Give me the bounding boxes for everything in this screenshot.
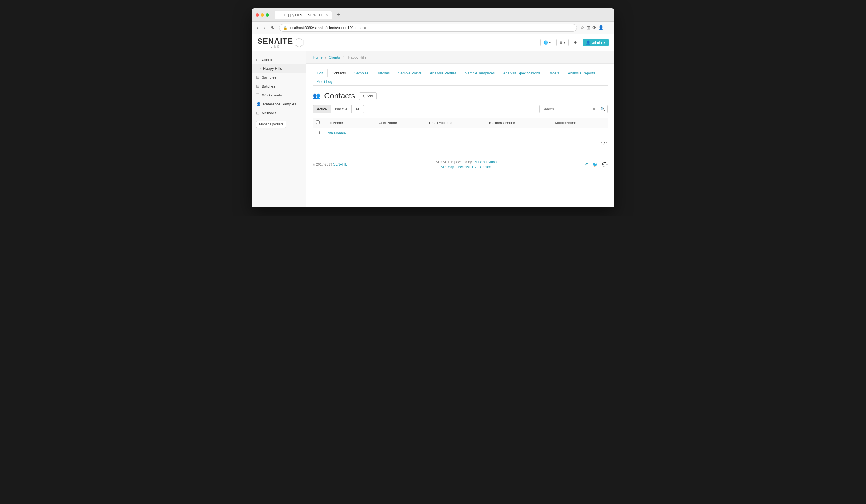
sidebar-item-methods[interactable]: ⊟ Methods	[252, 108, 306, 117]
extensions-icon[interactable]: ⊞	[587, 25, 590, 31]
tab-edit[interactable]: Edit	[313, 69, 327, 78]
profile-icon[interactable]: 👤	[598, 25, 604, 31]
breadcrumb-clients[interactable]: Clients	[329, 55, 340, 59]
table-row: Rita Mohale	[313, 128, 608, 138]
col-user-name: User Name	[375, 118, 425, 128]
tab-sample-points[interactable]: Sample Points	[394, 69, 426, 78]
back-button[interactable]: ‹	[256, 25, 259, 31]
tab-sample-templates[interactable]: Sample Templates	[460, 69, 499, 78]
sidebar-item-worksheets[interactable]: ☰ Worksheets	[252, 91, 306, 100]
lock-icon: 🔒	[283, 26, 287, 30]
footer-links: Site Map Accessibility Contact	[347, 165, 585, 169]
contact-user-name	[375, 128, 425, 138]
filter-inactive-button[interactable]: Inactive	[331, 105, 352, 113]
grid-button[interactable]: ⊞ ▾	[556, 39, 569, 46]
address-bar[interactable]: 🔒 localhost:8080/senaite/clients/client-…	[279, 24, 577, 32]
twitter-icon[interactable]: 🐦	[592, 162, 598, 167]
footer-center: SENAITE is powered by: Plone & Python Si…	[347, 160, 585, 169]
sidebar-item-label: Reference Samples	[263, 102, 296, 106]
sidebar-item-batches[interactable]: ⊞ Batches	[252, 82, 306, 91]
logo: SENAITE LIMS	[257, 37, 304, 48]
tab-samples[interactable]: Samples	[350, 69, 373, 78]
tab-contacts[interactable]: Contacts	[327, 69, 350, 78]
search-input[interactable]	[540, 105, 590, 113]
sidebar-item-label: Methods	[262, 111, 276, 115]
sidebar-item-reference-samples[interactable]: 👤 Reference Samples	[252, 100, 306, 108]
sidebar-subitem-label: Happy Hills	[263, 66, 282, 70]
tab-analysis-specifications[interactable]: Analysis Specifications	[499, 69, 544, 78]
svg-marker-0	[295, 38, 303, 47]
breadcrumb-sep1: /	[325, 55, 326, 59]
tab-analysis-profiles[interactable]: Analysis Profiles	[426, 69, 460, 78]
tab-batches[interactable]: Batches	[373, 69, 394, 78]
grid-icon: ⊞	[559, 41, 563, 45]
contacts-table: Full Name User Name Email Address Busine…	[313, 118, 608, 138]
footer-right: ⊙ 🐦 💬	[585, 162, 608, 167]
filter-all-button[interactable]: All	[352, 105, 364, 113]
tab-audit-log[interactable]: Audit Log	[313, 77, 336, 86]
minimize-dot[interactable]	[260, 13, 264, 17]
breadcrumb: Home / Clients / Happy Hills	[306, 51, 614, 64]
logo-text: SENAITE	[257, 37, 293, 46]
contact-email	[426, 128, 486, 138]
tab-orders[interactable]: Orders	[544, 69, 564, 78]
settings-button[interactable]: ⚙	[571, 39, 580, 46]
footer-senaite-link[interactable]: SENAITE	[333, 162, 347, 167]
footer-plone-python-link[interactable]: Plone & Python	[474, 160, 497, 164]
maximize-dot[interactable]	[266, 13, 269, 17]
menu-icon[interactable]: ⋮	[606, 25, 610, 31]
admin-label: admin	[592, 41, 602, 45]
sidebar-item-happy-hills[interactable]: › Happy Hills	[252, 64, 306, 73]
sidebar-item-label: Batches	[262, 84, 275, 88]
col-business-phone: Business Phone	[486, 118, 552, 128]
url-text: localhost:8080/senaite/clients/client-10…	[290, 26, 366, 30]
sidebar-item-samples[interactable]: ⊟ Samples	[252, 73, 306, 82]
manage-portlets-button[interactable]: Manage portlets	[256, 121, 286, 128]
filter-active-button[interactable]: Active	[313, 105, 331, 113]
sidebar-item-clients[interactable]: ⊞ Clients	[252, 55, 306, 64]
tab-favicon: ⊙	[278, 13, 281, 17]
worksheets-icon: ☰	[256, 93, 260, 97]
footer-sitemap-link[interactable]: Site Map	[441, 165, 454, 169]
contact-full-name-link[interactable]: Rita Mohale	[326, 131, 346, 135]
col-mobile-phone: MobilePhone	[552, 118, 608, 128]
sidebar: ⊞ Clients › Happy Hills ⊟ Samples ⊞ Batc…	[252, 51, 306, 207]
row-checkbox[interactable]	[316, 131, 320, 134]
samples-icon: ⊟	[256, 75, 259, 79]
page-title: Contacts	[324, 91, 355, 100]
bookmark-icon[interactable]: ☆	[580, 25, 584, 31]
chat-icon[interactable]: 💬	[602, 162, 608, 167]
tab-analysis-reports[interactable]: Analysis Reports	[564, 69, 599, 78]
footer-contact-link[interactable]: Contact	[480, 165, 491, 169]
language-button[interactable]: 🌐 ▾	[541, 39, 554, 46]
pagination: 1 / 1	[313, 138, 608, 149]
search-clear-button[interactable]: ✕	[590, 105, 598, 113]
add-button[interactable]: ⊕ Add	[359, 92, 377, 100]
admin-dropdown-icon: ▾	[603, 41, 606, 45]
github-icon[interactable]: ⊙	[585, 162, 589, 167]
gear-icon: ⚙	[574, 41, 577, 45]
select-all-checkbox[interactable]	[316, 121, 320, 124]
search-submit-button[interactable]: 🔍	[598, 105, 607, 113]
admin-user-icon: 👤	[586, 41, 590, 45]
filter-bar: Active Inactive All ✕ 🔍	[313, 105, 608, 113]
tab-close-btn[interactable]: ✕	[325, 13, 328, 17]
footer-accessibility-link[interactable]: Accessibility	[458, 165, 476, 169]
content-area: Edit Contacts Samples Batches Sample Poi…	[306, 64, 614, 154]
footer-powered-by: SENAITE is powered by: Plone & Python	[347, 160, 585, 164]
tab-title: Happy Hills — SENAITE	[284, 13, 323, 17]
admin-button[interactable]: 👤 admin ▾	[582, 39, 609, 46]
new-tab-button[interactable]: +	[335, 12, 342, 18]
reference-samples-icon: 👤	[256, 102, 261, 106]
search-box: ✕ 🔍	[539, 105, 608, 113]
reload-button[interactable]: ↻	[270, 24, 276, 31]
browser-tab[interactable]: ⊙ Happy Hills — SENAITE ✕	[275, 11, 332, 19]
batches-icon: ⊞	[256, 84, 259, 88]
sync-icon[interactable]: ⟳	[592, 25, 596, 31]
breadcrumb-current: Happy Hills	[348, 55, 366, 59]
clients-icon: ⊞	[256, 57, 259, 62]
forward-button[interactable]: ›	[263, 25, 266, 31]
close-dot[interactable]	[256, 13, 259, 17]
page-header: 👥 Contacts ⊕ Add	[313, 91, 608, 100]
breadcrumb-home[interactable]: Home	[313, 55, 323, 59]
